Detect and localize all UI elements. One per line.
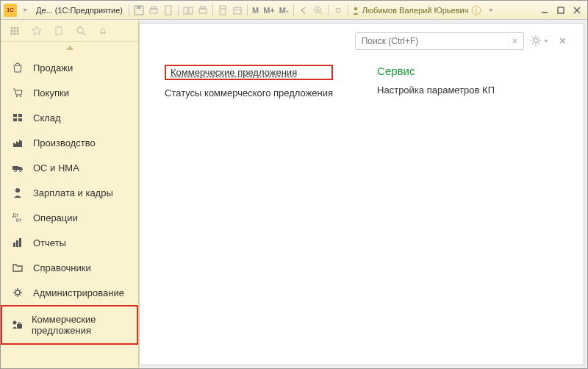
svg-point-30 xyxy=(11,32,12,34)
nav-list: Продажи Покупки Склад Производство ОС и … xyxy=(1,54,138,368)
print-icon[interactable] xyxy=(147,4,160,17)
cart-icon xyxy=(11,86,24,99)
back-icon[interactable] xyxy=(297,4,310,17)
sidebar-item-label: ОС и НМА xyxy=(33,162,79,173)
gear-icon xyxy=(11,286,24,299)
sidebar-item-assets[interactable]: ОС и НМА xyxy=(1,155,138,180)
body: Продажи Покупки Склад Производство ОС и … xyxy=(1,20,587,368)
svg-point-44 xyxy=(15,170,17,172)
history-icon[interactable] xyxy=(52,24,65,37)
sidebar-item-warehouse[interactable]: Склад xyxy=(1,105,138,130)
search-icon[interactable] xyxy=(74,24,87,37)
right-column: Сервис Настройка параметров КП xyxy=(377,65,495,98)
svg-point-27 xyxy=(11,29,12,31)
sidebar-item-label: Операции xyxy=(33,212,78,223)
memory-m[interactable]: M xyxy=(251,6,260,15)
svg-rect-50 xyxy=(16,240,18,247)
document-icon[interactable] xyxy=(162,4,175,17)
save-icon[interactable] xyxy=(132,4,146,17)
sidebar-item-purchases[interactable]: Покупки xyxy=(1,80,138,105)
svg-rect-11 xyxy=(234,7,241,14)
svg-rect-51 xyxy=(19,238,21,247)
user-block[interactable]: Любимов Валерий Юрьевич xyxy=(351,6,469,15)
sidebar-item-sales[interactable]: Продажи xyxy=(1,55,138,80)
svg-line-14 xyxy=(320,12,322,14)
left-column: Коммерческие предложения Статусы коммерч… xyxy=(165,65,333,98)
sidebar-item-label: Склад xyxy=(33,112,61,123)
dropdown2-icon[interactable] xyxy=(484,4,498,17)
svg-rect-21 xyxy=(558,7,564,13)
dropdown-icon[interactable] xyxy=(18,4,32,17)
truck-icon xyxy=(11,161,24,174)
maximize-button[interactable] xyxy=(553,4,568,16)
svg-point-32 xyxy=(17,32,18,34)
svg-point-45 xyxy=(20,170,22,172)
separator xyxy=(348,4,348,16)
sidebar-item-label: Коммерческие предложения xyxy=(32,314,128,336)
sidebar-item-operations[interactable]: ДтКт Операции xyxy=(1,205,138,230)
svg-rect-33 xyxy=(56,27,62,35)
svg-point-52 xyxy=(15,290,20,295)
svg-rect-3 xyxy=(151,7,156,9)
svg-rect-49 xyxy=(13,243,15,247)
memory-mplus[interactable]: M+ xyxy=(262,6,276,15)
link-offer-statuses[interactable]: Статусы коммерческого предложения xyxy=(165,87,333,98)
svg-rect-4 xyxy=(165,6,171,15)
svg-line-35 xyxy=(82,32,85,35)
calendar-icon[interactable] xyxy=(231,4,244,17)
svg-point-34 xyxy=(77,27,83,33)
memory-mminus[interactable]: M- xyxy=(278,6,290,15)
svg-text:i: i xyxy=(476,7,477,15)
title-bar: 1С Де... (1С:Предприятие) M M+ M- Любимо… xyxy=(1,1,587,20)
search-clear-button[interactable]: × xyxy=(508,35,521,48)
svg-point-37 xyxy=(16,96,18,97)
sidebar-item-payroll[interactable]: Зарплата и кадры xyxy=(1,180,138,205)
sidebar-item-offers[interactable]: Коммерческие предложения xyxy=(1,305,138,345)
link-commercial-offers[interactable]: Коммерческие предложения xyxy=(165,65,333,80)
sidebar-item-directories[interactable]: Справочники xyxy=(1,255,138,280)
link-icon[interactable] xyxy=(331,4,345,17)
main-toolbar: × × xyxy=(153,32,570,50)
search-input[interactable] xyxy=(355,32,524,50)
bell-icon[interactable] xyxy=(96,24,110,37)
star-icon[interactable] xyxy=(30,24,43,37)
bag-icon xyxy=(11,61,24,74)
service-heading: Сервис xyxy=(377,65,495,77)
chart-icon xyxy=(11,236,24,249)
svg-rect-7 xyxy=(199,9,207,13)
svg-point-46 xyxy=(15,188,20,193)
collapse-arrow[interactable] xyxy=(1,42,138,54)
zoom-icon[interactable] xyxy=(312,4,325,17)
panel-close-button[interactable]: × xyxy=(555,35,570,48)
settings-button[interactable] xyxy=(530,35,549,48)
svg-rect-54 xyxy=(17,324,22,329)
search-wrap: × xyxy=(355,32,524,50)
info-icon[interactable]: i xyxy=(470,4,483,17)
sidebar-item-admin[interactable]: Администрирование xyxy=(1,280,138,305)
sidebar-item-reports[interactable]: Отчеты xyxy=(1,230,138,255)
svg-rect-6 xyxy=(189,7,193,14)
separator xyxy=(212,4,213,16)
link-kp-settings[interactable]: Настройка параметров КП xyxy=(377,85,495,96)
close-button[interactable] xyxy=(570,4,584,16)
sidebar-toolbar xyxy=(1,20,138,42)
sidebar-item-label: Продажи xyxy=(33,62,73,74)
minimize-button[interactable] xyxy=(537,4,552,16)
svg-rect-41 xyxy=(13,118,17,121)
calculator-icon[interactable] xyxy=(216,4,229,17)
compare-icon[interactable] xyxy=(182,4,195,17)
factory-icon xyxy=(11,136,24,149)
svg-rect-1 xyxy=(137,6,141,9)
content-columns: Коммерческие предложения Статусы коммерч… xyxy=(153,65,570,98)
svg-point-56 xyxy=(534,38,538,43)
boxes-icon xyxy=(11,111,24,124)
svg-rect-42 xyxy=(18,118,22,121)
sidebar-item-label: Зарплата и кадры xyxy=(33,187,113,198)
sidebar-item-label: Покупки xyxy=(33,87,69,98)
print2-icon[interactable] xyxy=(196,4,209,17)
sidebar-item-label: Производство xyxy=(33,137,96,148)
sidebar-item-production[interactable]: Производство xyxy=(1,130,138,155)
user-icon xyxy=(351,6,360,15)
apps-icon[interactable] xyxy=(8,24,21,37)
app-icon: 1С xyxy=(4,4,17,17)
